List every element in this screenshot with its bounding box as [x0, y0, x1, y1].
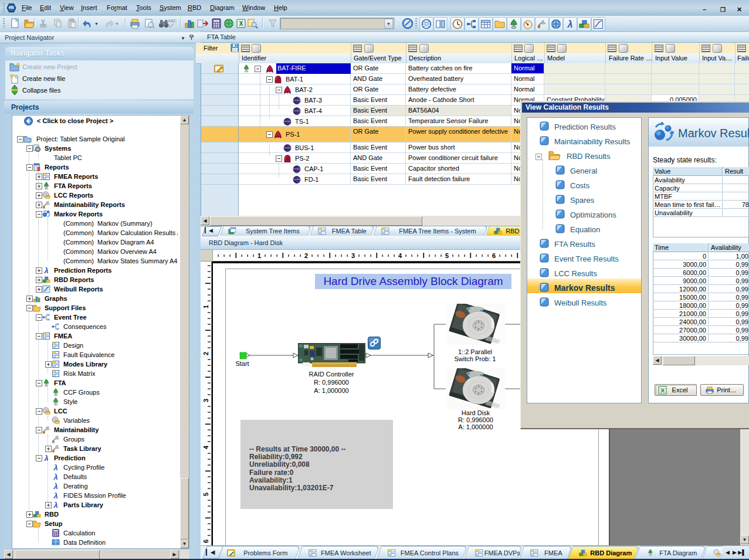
svg-text:2: 2: [202, 352, 209, 355]
svg-text:5: 5: [445, 252, 449, 259]
svg-text:λ: λ: [53, 473, 57, 481]
svg-text:ABC: ABC: [168, 19, 177, 23]
svg-text:3: 3: [351, 252, 355, 259]
svg-text:λ: λ: [567, 19, 573, 29]
svg-text:5: 5: [202, 493, 209, 496]
svg-text:2: 2: [304, 252, 308, 259]
svg-text:6: 6: [202, 539, 209, 543]
svg-text:λ: λ: [43, 454, 48, 462]
svg-text:λ: λ: [53, 501, 57, 509]
svg-text:6: 6: [492, 252, 496, 259]
svg-text:PTC: PTC: [9, 6, 15, 9]
svg-text:λ: λ: [53, 482, 57, 490]
svg-text:3: 3: [202, 399, 209, 402]
svg-text:X: X: [661, 388, 665, 393]
svg-text:1: 1: [257, 252, 261, 259]
svg-text:X: X: [239, 21, 243, 27]
svg-text:1: 1: [202, 305, 209, 308]
svg-text:λ: λ: [53, 463, 57, 471]
svg-text:4: 4: [202, 445, 209, 449]
svg-text:4: 4: [398, 252, 402, 259]
svg-text:λ: λ: [53, 491, 57, 500]
svg-text:λ: λ: [43, 266, 48, 274]
